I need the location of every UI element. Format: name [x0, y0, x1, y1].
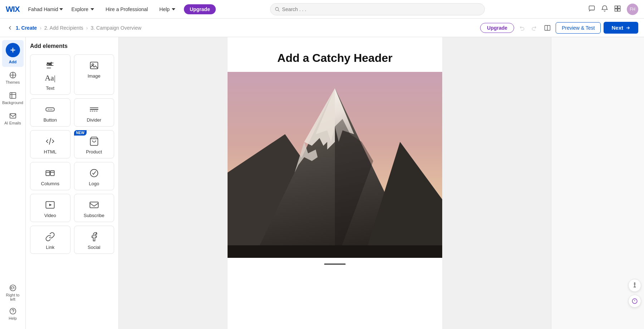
- sidebar-item-themes[interactable]: Themes: [2, 68, 24, 87]
- ai-emails-label: AI Emails: [4, 121, 21, 125]
- divider-element-label: Divider: [87, 117, 101, 123]
- redo-icon: [531, 25, 537, 31]
- ai-emails-icon: [9, 112, 17, 120]
- svg-rect-3: [615, 6, 617, 9]
- text-element-label: Text: [46, 85, 54, 91]
- background-icon: [9, 92, 17, 99]
- undo-button[interactable]: [517, 23, 528, 33]
- preview-test-button[interactable]: Preview & Test: [556, 22, 601, 34]
- svg-text:Aa|: Aa|: [47, 62, 52, 65]
- chevron-down-icon: [59, 8, 63, 11]
- themes-label: Themes: [6, 80, 20, 84]
- logo-element-label: Logo: [89, 181, 99, 186]
- redo-button[interactable]: [528, 23, 539, 33]
- breadcrumb-step-3[interactable]: 3. Campaign Overview: [91, 25, 141, 31]
- image-element-icon: [89, 60, 99, 70]
- avatar[interactable]: FH: [627, 4, 638, 15]
- sidebar-item-help[interactable]: Help: [2, 304, 24, 323]
- element-card-logo[interactable]: Logo: [74, 162, 114, 190]
- layout-icon: [544, 25, 551, 31]
- breadcrumb-steps: 1. Create › 2. Add Recipients › 3. Campa…: [16, 25, 480, 31]
- svg-point-15: [10, 308, 16, 314]
- nav-icon-group: FH: [588, 4, 638, 15]
- mountain-illustration: [228, 72, 442, 258]
- video-element-icon: [45, 200, 55, 210]
- element-card-divider[interactable]: Divider: [74, 98, 114, 127]
- help-icon: [9, 307, 17, 315]
- element-card-social[interactable]: Social: [74, 226, 114, 254]
- svg-rect-2: [589, 6, 594, 10]
- element-card-columns[interactable]: Columns: [30, 162, 70, 190]
- search-icon: [275, 7, 280, 12]
- wix-logo: WIX: [6, 5, 20, 14]
- svg-rect-6: [618, 9, 620, 11]
- dashboard-icon[interactable]: [614, 5, 621, 13]
- canvas-divider: [228, 258, 442, 270]
- social-element-icon: [89, 232, 99, 242]
- button-element-label: Button: [43, 117, 57, 123]
- html-element-label: HTML: [44, 149, 57, 154]
- help-label: Help: [159, 6, 170, 12]
- text-element-icon: Aa|: [45, 60, 55, 70]
- svg-rect-42: [228, 245, 442, 258]
- upgrade-button-breadcrumb[interactable]: Upgrade: [480, 23, 514, 33]
- product-element-label: Product: [86, 149, 102, 154]
- svg-rect-26: [50, 171, 54, 176]
- svg-rect-25: [46, 171, 50, 176]
- upgrade-button-nav[interactable]: Upgrade: [184, 4, 216, 14]
- elements-title: Add elements: [30, 43, 114, 49]
- explore-menu[interactable]: Explore: [69, 5, 97, 14]
- sidebar-item-ai-emails[interactable]: AI Emails: [2, 109, 24, 128]
- social-element-label: Social: [88, 245, 100, 250]
- element-card-subscribe[interactable]: Subscribe: [74, 194, 114, 222]
- undo-redo-group: [517, 23, 539, 33]
- layout-toggle-button[interactable]: [542, 23, 553, 33]
- link-element-icon: [45, 232, 55, 242]
- rtl-label: Right to left: [4, 293, 22, 301]
- breadcrumb-arrow-1: ›: [40, 25, 42, 31]
- element-card-html[interactable]: HTML: [30, 130, 70, 158]
- notifications-icon[interactable]: [601, 5, 608, 13]
- video-element-label: Video: [44, 213, 56, 218]
- background-label: Background: [2, 100, 23, 105]
- back-button[interactable]: [4, 22, 16, 34]
- svg-rect-4: [618, 6, 620, 9]
- element-card-video[interactable]: Video: [30, 194, 70, 222]
- element-card-text[interactable]: Aa| Aa| Text: [30, 54, 70, 95]
- element-card-product[interactable]: NEW Product: [74, 130, 114, 158]
- element-card-link[interactable]: Link: [30, 226, 70, 254]
- chat-icon[interactable]: [588, 5, 595, 13]
- svg-line-1: [278, 10, 280, 11]
- themes-icon: [9, 71, 17, 79]
- sidebar-item-add[interactable]: Add: [2, 40, 24, 67]
- sidebar-item-rtl[interactable]: Right to left: [2, 281, 24, 304]
- chat-support-button[interactable]: [628, 295, 641, 308]
- svg-rect-17: [90, 62, 98, 69]
- user-menu[interactable]: Fahad Hamid: [28, 6, 63, 12]
- breadcrumb-arrow-2: ›: [86, 25, 88, 31]
- html-element-icon: [45, 136, 55, 146]
- rtl-icon: [9, 284, 17, 292]
- plus-icon: [9, 46, 17, 54]
- search-bar[interactable]: [270, 3, 485, 15]
- svg-rect-5: [615, 9, 617, 11]
- text-icon-visual: Aa|: [45, 73, 55, 83]
- svg-rect-13: [10, 114, 16, 118]
- top-navigation: WIX Fahad Hamid Explore Hire a Professio…: [0, 0, 644, 19]
- element-card-button[interactable]: Button: [30, 98, 70, 127]
- accessibility-button[interactable]: [628, 279, 641, 292]
- sidebar-item-background[interactable]: Background: [2, 89, 24, 108]
- element-card-image[interactable]: Image: [74, 54, 114, 95]
- svg-marker-31: [49, 204, 52, 206]
- elements-panel: Add elements Aa| Aa| Text Image Button: [26, 37, 119, 329]
- breadcrumb-step-1[interactable]: 1. Create: [16, 25, 37, 31]
- next-button[interactable]: Next: [604, 22, 638, 34]
- breadcrumb-step-2[interactable]: 2. Add Recipients: [44, 25, 83, 31]
- columns-element-icon: [45, 168, 55, 178]
- search-input[interactable]: [282, 6, 480, 12]
- help-chevron-icon: [172, 8, 175, 10]
- main-layout: Add Themes Background AI Emails Right to…: [0, 37, 644, 329]
- help-menu[interactable]: Help: [156, 5, 178, 14]
- hire-professional-link[interactable]: Hire a Professional: [103, 5, 151, 14]
- chat-support-icon: [631, 298, 638, 304]
